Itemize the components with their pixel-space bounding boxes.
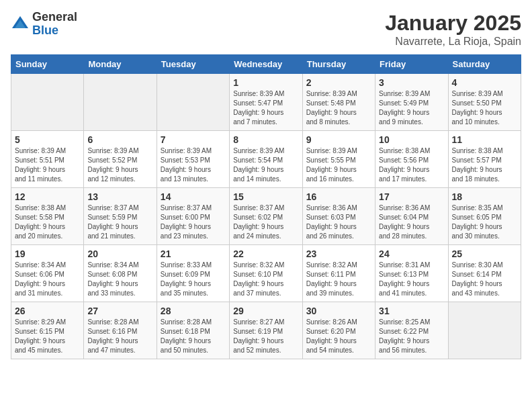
day-info: Sunrise: 8:37 AM Sunset: 6:02 PM Dayligh…: [233, 203, 298, 241]
calendar-cell: 30Sunrise: 8:26 AM Sunset: 6:20 PM Dayli…: [302, 302, 375, 359]
day-number: 5: [15, 134, 80, 145]
header-cell: Friday: [375, 55, 448, 74]
calendar-cell: 29Sunrise: 8:27 AM Sunset: 6:19 PM Dayli…: [230, 302, 302, 359]
day-number: 17: [379, 191, 444, 202]
header-cell: Saturday: [448, 55, 521, 74]
day-number: 22: [233, 248, 298, 259]
calendar-week-row: 26Sunrise: 8:29 AM Sunset: 6:15 PM Dayli…: [11, 302, 521, 359]
day-info: Sunrise: 8:39 AM Sunset: 5:48 PM Dayligh…: [306, 89, 371, 127]
calendar-cell: 10Sunrise: 8:38 AM Sunset: 5:56 PM Dayli…: [375, 131, 448, 188]
header-cell: Monday: [84, 55, 157, 74]
day-number: 28: [161, 306, 226, 316]
calendar-cell: 24Sunrise: 8:31 AM Sunset: 6:13 PM Dayli…: [375, 245, 448, 302]
calendar-week-row: 19Sunrise: 8:34 AM Sunset: 6:06 PM Dayli…: [11, 245, 521, 302]
calendar-cell: [84, 74, 157, 131]
day-number: 15: [233, 191, 298, 202]
calendar-cell: 28Sunrise: 8:28 AM Sunset: 6:18 PM Dayli…: [157, 302, 229, 359]
calendar-cell: 16Sunrise: 8:36 AM Sunset: 6:03 PM Dayli…: [302, 188, 375, 245]
day-info: Sunrise: 8:33 AM Sunset: 6:09 PM Dayligh…: [161, 261, 226, 298]
logo-blue: Blue: [32, 24, 77, 38]
calendar-cell: 17Sunrise: 8:36 AM Sunset: 6:04 PM Dayli…: [375, 188, 448, 245]
day-number: 23: [306, 248, 371, 259]
logo-text: General Blue: [32, 11, 77, 38]
day-info: Sunrise: 8:25 AM Sunset: 6:22 PM Dayligh…: [379, 318, 444, 355]
calendar-cell: 20Sunrise: 8:34 AM Sunset: 6:08 PM Dayli…: [84, 245, 157, 302]
day-info: Sunrise: 8:32 AM Sunset: 6:10 PM Dayligh…: [233, 261, 298, 298]
calendar-cell: 14Sunrise: 8:37 AM Sunset: 6:00 PM Dayli…: [157, 188, 229, 245]
day-number: 21: [161, 248, 226, 259]
day-info: Sunrise: 8:37 AM Sunset: 5:59 PM Dayligh…: [87, 203, 152, 241]
day-info: Sunrise: 8:36 AM Sunset: 6:04 PM Dayligh…: [379, 203, 444, 241]
day-info: Sunrise: 8:39 AM Sunset: 5:54 PM Dayligh…: [233, 146, 298, 184]
calendar-cell: 8Sunrise: 8:39 AM Sunset: 5:54 PM Daylig…: [230, 131, 302, 188]
day-number: 14: [161, 191, 226, 202]
day-number: 20: [87, 248, 152, 259]
calendar-title: January 2025: [385, 11, 521, 36]
calendar-cell: 3Sunrise: 8:39 AM Sunset: 5:49 PM Daylig…: [375, 74, 448, 131]
calendar-cell: 1Sunrise: 8:39 AM Sunset: 5:47 PM Daylig…: [230, 74, 302, 131]
day-info: Sunrise: 8:31 AM Sunset: 6:13 PM Dayligh…: [379, 261, 444, 298]
day-number: 29: [233, 306, 298, 316]
day-info: Sunrise: 8:37 AM Sunset: 6:00 PM Dayligh…: [161, 203, 226, 241]
calendar-cell: 18Sunrise: 8:35 AM Sunset: 6:05 PM Dayli…: [448, 188, 521, 245]
day-number: 31: [379, 306, 444, 316]
day-number: 24: [379, 248, 444, 259]
day-number: 26: [15, 306, 80, 316]
calendar-cell: [11, 74, 84, 131]
day-number: 25: [452, 248, 517, 259]
day-number: 18: [452, 191, 517, 202]
calendar-week-row: 1Sunrise: 8:39 AM Sunset: 5:47 PM Daylig…: [11, 74, 521, 131]
day-info: Sunrise: 8:32 AM Sunset: 6:11 PM Dayligh…: [306, 261, 371, 298]
day-number: 13: [87, 191, 152, 202]
calendar-cell: 25Sunrise: 8:30 AM Sunset: 6:14 PM Dayli…: [448, 245, 521, 302]
calendar-cell: 9Sunrise: 8:39 AM Sunset: 5:55 PM Daylig…: [302, 131, 375, 188]
day-info: Sunrise: 8:38 AM Sunset: 5:58 PM Dayligh…: [15, 203, 80, 241]
day-info: Sunrise: 8:39 AM Sunset: 5:53 PM Dayligh…: [161, 146, 226, 184]
day-number: 19: [15, 248, 80, 259]
calendar-cell: 6Sunrise: 8:39 AM Sunset: 5:52 PM Daylig…: [84, 131, 157, 188]
day-info: Sunrise: 8:39 AM Sunset: 5:47 PM Dayligh…: [233, 89, 298, 127]
calendar-cell: 19Sunrise: 8:34 AM Sunset: 6:06 PM Dayli…: [11, 245, 84, 302]
calendar-cell: 2Sunrise: 8:39 AM Sunset: 5:48 PM Daylig…: [302, 74, 375, 131]
calendar-cell: 15Sunrise: 8:37 AM Sunset: 6:02 PM Dayli…: [230, 188, 302, 245]
day-info: Sunrise: 8:39 AM Sunset: 5:55 PM Dayligh…: [306, 146, 371, 184]
day-info: Sunrise: 8:39 AM Sunset: 5:51 PM Dayligh…: [15, 146, 80, 184]
calendar-cell: 4Sunrise: 8:39 AM Sunset: 5:50 PM Daylig…: [448, 74, 521, 131]
calendar-cell: 7Sunrise: 8:39 AM Sunset: 5:53 PM Daylig…: [157, 131, 229, 188]
calendar-cell: 23Sunrise: 8:32 AM Sunset: 6:11 PM Dayli…: [302, 245, 375, 302]
calendar-week-row: 5Sunrise: 8:39 AM Sunset: 5:51 PM Daylig…: [11, 131, 521, 188]
calendar-cell: 27Sunrise: 8:28 AM Sunset: 6:16 PM Dayli…: [84, 302, 157, 359]
day-info: Sunrise: 8:39 AM Sunset: 5:50 PM Dayligh…: [452, 89, 517, 127]
calendar-cell: 22Sunrise: 8:32 AM Sunset: 6:10 PM Dayli…: [230, 245, 302, 302]
day-number: 3: [379, 77, 444, 88]
calendar-body: 1Sunrise: 8:39 AM Sunset: 5:47 PM Daylig…: [11, 74, 521, 359]
calendar-header: SundayMondayTuesdayWednesdayThursdayFrid…: [11, 55, 521, 74]
day-number: 11: [452, 134, 517, 145]
calendar-cell: 13Sunrise: 8:37 AM Sunset: 5:59 PM Dayli…: [84, 188, 157, 245]
calendar-cell: 12Sunrise: 8:38 AM Sunset: 5:58 PM Dayli…: [11, 188, 84, 245]
day-number: 10: [379, 134, 444, 145]
calendar-cell: 21Sunrise: 8:33 AM Sunset: 6:09 PM Dayli…: [157, 245, 229, 302]
calendar-cell: 5Sunrise: 8:39 AM Sunset: 5:51 PM Daylig…: [11, 131, 84, 188]
day-info: Sunrise: 8:28 AM Sunset: 6:18 PM Dayligh…: [161, 318, 226, 355]
day-info: Sunrise: 8:29 AM Sunset: 6:15 PM Dayligh…: [15, 318, 80, 355]
day-info: Sunrise: 8:34 AM Sunset: 6:08 PM Dayligh…: [87, 261, 152, 298]
calendar-cell: [157, 74, 229, 131]
day-number: 1: [233, 77, 298, 88]
header-cell: Thursday: [302, 55, 375, 74]
day-number: 27: [87, 306, 152, 316]
logo-general: General: [32, 11, 77, 24]
header-row: SundayMondayTuesdayWednesdayThursdayFrid…: [11, 55, 521, 74]
day-number: 30: [306, 306, 371, 316]
day-info: Sunrise: 8:28 AM Sunset: 6:16 PM Dayligh…: [87, 318, 152, 355]
header-cell: Sunday: [11, 55, 84, 74]
day-number: 9: [306, 134, 371, 145]
day-info: Sunrise: 8:35 AM Sunset: 6:05 PM Dayligh…: [452, 203, 517, 241]
calendar-table: SundayMondayTuesdayWednesdayThursdayFrid…: [11, 54, 521, 359]
day-info: Sunrise: 8:39 AM Sunset: 5:49 PM Dayligh…: [379, 89, 444, 127]
header: General Blue January 2025 Navarrete, La …: [11, 11, 521, 48]
day-number: 6: [87, 134, 152, 145]
header-cell: Wednesday: [230, 55, 302, 74]
day-number: 4: [452, 77, 517, 88]
calendar-cell: 26Sunrise: 8:29 AM Sunset: 6:15 PM Dayli…: [11, 302, 84, 359]
